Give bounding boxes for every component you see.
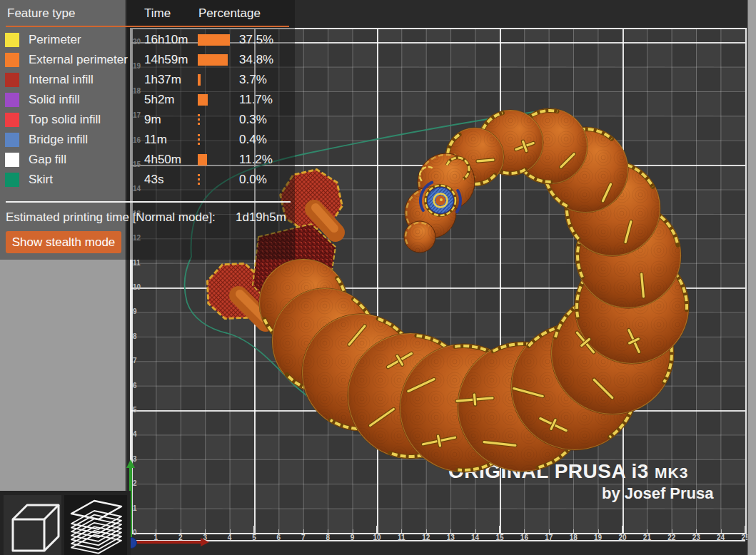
feature-legend-panel: Feature type Time Percentage Perimeter16… xyxy=(0,0,295,260)
legend-feature-label: Perimeter xyxy=(29,30,81,50)
percentage-bar xyxy=(198,54,228,66)
legend-row: Perimeter16h10m37.5% xyxy=(0,30,295,50)
percentage-bar xyxy=(198,114,200,126)
model-body-segments xyxy=(259,108,689,472)
legend-rows: Perimeter16h10m37.5%External perimeter14… xyxy=(0,30,295,190)
time-header: Time xyxy=(144,6,171,21)
legend-color-swatch xyxy=(5,33,19,47)
legend-color-swatch xyxy=(5,53,19,67)
legend-color-swatch xyxy=(5,173,19,187)
legend-row: Gap fill4h50m11.2% xyxy=(0,150,295,170)
legend-row: Solid infill5h2m11.7% xyxy=(0,90,295,110)
y-axis-arrowhead-icon xyxy=(126,459,135,468)
model-head xyxy=(404,153,475,253)
percentage-bar xyxy=(198,94,208,106)
header-underline xyxy=(6,26,289,27)
legend-percentage-value: 11.2% xyxy=(239,150,273,170)
legend-color-swatch xyxy=(5,113,19,127)
percentage-bar xyxy=(198,74,201,86)
percentage-bar xyxy=(198,174,200,185)
legend-color-swatch xyxy=(5,93,19,107)
estimated-time-label: Estimated printing time [Normal mode]: xyxy=(6,210,216,224)
estimated-time-value: 1d19h5m xyxy=(236,210,286,225)
legend-percentage-value: 34.8% xyxy=(239,50,273,70)
3d-view-button[interactable] xyxy=(4,495,61,555)
percentage-bar xyxy=(198,154,207,166)
legend-row: Skirt43s0.0% xyxy=(0,170,295,190)
percentage-header: Percentage xyxy=(198,6,261,21)
legend-feature-label: Gap fill xyxy=(29,150,66,170)
legend-percentage-value: 37.5% xyxy=(239,30,273,50)
legend-row: External perimeter14h59m34.8% xyxy=(0,50,295,70)
legend-time-value: 1h37m xyxy=(144,70,181,90)
slicer-preview-window: 1234567891011121314151617181920212223242… xyxy=(0,0,756,555)
legend-feature-label: Internal infill xyxy=(29,70,94,90)
x-axis-arrowhead-icon xyxy=(201,538,209,546)
percentage-bar xyxy=(198,134,200,146)
layers-view-button[interactable] xyxy=(64,495,127,555)
legend-time-value: 5h2m xyxy=(144,90,175,110)
panel-separator xyxy=(6,201,291,203)
view-mode-toolbar xyxy=(0,491,131,555)
show-stealth-mode-button[interactable]: Show stealth mode xyxy=(6,231,121,253)
feature-type-header: Feature type xyxy=(7,6,75,21)
legend-percentage-value: 11.7% xyxy=(239,90,273,110)
percentage-bar xyxy=(198,34,230,46)
legend-time-value: 43s xyxy=(144,170,163,190)
legend-row: Top solid infill9m0.3% xyxy=(0,110,295,130)
legend-time-value: 16h10m xyxy=(144,30,188,50)
legend-percentage-value: 0.0% xyxy=(239,170,267,190)
legend-feature-label: Skirt xyxy=(29,170,53,190)
legend-color-swatch xyxy=(5,73,19,87)
legend-feature-label: Top solid infill xyxy=(29,110,101,130)
legend-color-swatch xyxy=(5,153,19,167)
estimated-time-row: Estimated printing time [Normal mode]: 1… xyxy=(6,210,216,225)
legend-percentage-value: 3.7% xyxy=(239,70,267,90)
legend-time-value: 4h50m xyxy=(144,150,181,170)
legend-time-value: 11m xyxy=(144,130,167,150)
legend-feature-label: Solid infill xyxy=(29,90,80,110)
legend-percentage-value: 0.3% xyxy=(239,110,267,130)
legend-color-swatch xyxy=(5,133,19,147)
legend-time-value: 9m xyxy=(144,110,161,130)
legend-percentage-value: 0.4% xyxy=(239,130,267,150)
legend-feature-label: External perimeter xyxy=(29,50,128,70)
legend-row: Bridge infill11m0.4% xyxy=(0,130,295,150)
cube-icon xyxy=(4,495,61,555)
legend-row: Internal infill1h37m3.7% xyxy=(0,70,295,90)
legend-time-value: 14h59m xyxy=(144,50,188,70)
layers-icon xyxy=(64,495,127,555)
legend-feature-label: Bridge infill xyxy=(29,130,88,150)
window-edge-strip xyxy=(747,0,756,555)
x-axis-indicator xyxy=(133,541,202,544)
